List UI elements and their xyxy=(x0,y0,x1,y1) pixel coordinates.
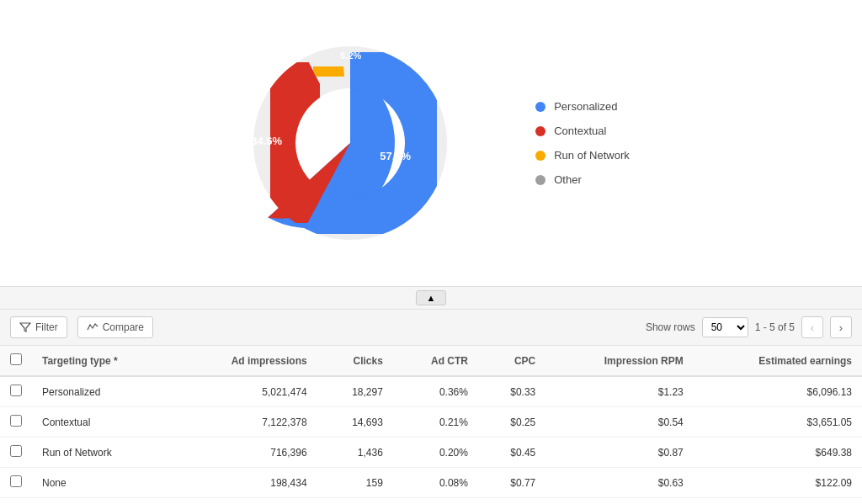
table-row: None 198,434 159 0.08% $0.77 $0.63 $122.… xyxy=(0,468,862,498)
filter-button[interactable]: Filter xyxy=(10,316,67,338)
chart-area: 57.8% 34.6% 6.2% Personalized Contextual… xyxy=(0,0,862,286)
row-ctr-0: 0.36% xyxy=(393,376,478,407)
show-rows-select[interactable]: 50 25 100 xyxy=(702,317,748,337)
row-impressions-3: 198,434 xyxy=(174,468,317,498)
row-earnings-4: $34.72 xyxy=(694,498,862,505)
table-body: Personalized 5,021,474 18,297 0.36% $0.3… xyxy=(0,376,862,504)
row-rpm-3: $0.63 xyxy=(545,468,693,498)
legend-dot-contextual xyxy=(535,126,545,136)
row-ctr-1: 0.21% xyxy=(393,407,478,438)
row-checkbox-cell xyxy=(0,468,32,498)
row-clicks-0: 18,297 xyxy=(317,376,393,407)
row-earnings-3: $122.09 xyxy=(694,468,862,498)
legend-label-ron: Run of Network xyxy=(554,149,630,162)
row-checkbox-cell xyxy=(0,407,32,438)
compare-label: Compare xyxy=(103,321,144,333)
header-checkbox[interactable] xyxy=(10,353,22,365)
filter-label: Filter xyxy=(35,321,58,333)
filter-icon xyxy=(19,321,31,333)
row-targeting-4: Placement xyxy=(32,498,174,505)
row-cpc-2: $0.45 xyxy=(478,438,545,468)
table-row: Run of Network 716,396 1,436 0.20% $0.45… xyxy=(0,438,862,468)
row-rpm-2: $0.87 xyxy=(545,438,693,468)
table-area: Filter Compare Show rows 50 25 100 1 - 5… xyxy=(0,309,862,504)
row-clicks-3: 159 xyxy=(317,468,393,498)
row-ctr-4: 0.15% xyxy=(393,498,478,505)
row-impressions-4: 114,586 xyxy=(174,498,317,505)
legend-item-personalized: Personalized xyxy=(535,100,630,113)
row-cpc-0: $0.33 xyxy=(478,376,545,407)
row-impressions-1: 7,122,378 xyxy=(174,407,317,438)
row-checkbox-0[interactable] xyxy=(10,385,22,396)
col-rpm: Impression RPM xyxy=(545,346,693,376)
row-checkbox-cell xyxy=(0,438,32,468)
prev-page-button[interactable]: ‹ xyxy=(801,316,823,338)
legend-item-other: Other xyxy=(535,173,630,186)
row-cpc-1: $0.25 xyxy=(478,407,545,438)
row-earnings-2: $649.38 xyxy=(694,438,862,468)
table-row: Contextual 7,122,378 14,693 0.21% $0.25 … xyxy=(0,407,862,438)
row-clicks-1: 14,693 xyxy=(317,407,393,438)
row-checkbox-3[interactable] xyxy=(10,475,22,487)
col-earnings: Estimated earnings xyxy=(694,346,862,376)
next-page-button[interactable]: › xyxy=(830,316,852,338)
row-earnings-0: $6,096.13 xyxy=(694,376,862,407)
legend-dot-personalized xyxy=(535,102,545,112)
pagination-info: 1 - 5 of 5 xyxy=(755,321,795,333)
col-cpc: CPC xyxy=(478,346,545,376)
table-row: Personalized 5,021,474 18,297 0.36% $0.3… xyxy=(0,376,862,407)
page-wrapper: 57.8% 34.6% 6.2% Personalized Contextual… xyxy=(0,0,862,504)
legend-label-contextual: Contextual xyxy=(554,125,606,137)
row-checkbox-cell xyxy=(0,498,32,505)
legend-item-ron: Run of Network xyxy=(535,149,630,162)
table-toolbar: Filter Compare Show rows 50 25 100 1 - 5… xyxy=(0,310,862,346)
row-checkbox-2[interactable] xyxy=(10,445,22,457)
col-clicks: Clicks xyxy=(317,346,393,376)
row-rpm-4: $0.11 xyxy=(545,498,693,505)
row-cpc-3: $0.77 xyxy=(478,468,545,498)
row-rpm-1: $0.54 xyxy=(545,407,693,438)
pct-personalized: 57.8% xyxy=(380,150,411,162)
row-impressions-0: 5,021,474 xyxy=(174,376,317,407)
pct-contextual: 34.6% xyxy=(251,135,282,147)
header-checkbox-cell xyxy=(0,346,32,376)
legend-dot-other xyxy=(535,175,545,185)
legend-label-other: Other xyxy=(554,173,582,186)
row-targeting-0: Personalized xyxy=(32,376,174,407)
row-earnings-1: $3,651.05 xyxy=(694,407,862,438)
legend-dot-ron xyxy=(535,151,545,161)
row-ctr-2: 0.20% xyxy=(393,438,478,468)
col-ctr: Ad CTR xyxy=(393,346,478,376)
col-targeting: Targeting type * xyxy=(32,346,174,376)
collapse-bar: ▲ xyxy=(0,286,862,309)
toolbar-left: Filter Compare xyxy=(10,316,153,338)
svg-point-2 xyxy=(301,94,399,192)
row-checkbox-cell xyxy=(0,376,32,407)
legend-label-personalized: Personalized xyxy=(554,100,617,113)
row-targeting-3: None xyxy=(32,468,174,498)
collapse-button[interactable]: ▲ xyxy=(416,290,447,305)
toolbar-right: Show rows 50 25 100 1 - 5 of 5 ‹ › xyxy=(646,316,852,338)
table-header-row: Targeting type * Ad impressions Clicks A… xyxy=(0,346,862,376)
show-rows-label: Show rows xyxy=(646,321,695,333)
row-cpc-4: $0.20 xyxy=(478,498,545,505)
row-rpm-0: $1.23 xyxy=(545,376,693,407)
chart-legend: Personalized Contextual Run of Network O… xyxy=(535,100,630,186)
col-impressions: Ad impressions xyxy=(174,346,317,376)
row-targeting-1: Contextual xyxy=(32,407,174,438)
legend-item-contextual: Contextual xyxy=(535,125,630,137)
row-clicks-2: 1,436 xyxy=(317,438,393,468)
compare-button[interactable]: Compare xyxy=(77,316,153,338)
data-table: Targeting type * Ad impressions Clicks A… xyxy=(0,346,862,504)
row-targeting-2: Run of Network xyxy=(32,438,174,468)
compare-icon xyxy=(87,321,98,333)
row-impressions-2: 716,396 xyxy=(174,438,317,468)
row-checkbox-1[interactable] xyxy=(10,415,22,427)
table-row: Placement 114,586 176 0.15% $0.20 $0.11 … xyxy=(0,498,862,505)
donut-chart: 57.8% 34.6% 6.2% xyxy=(232,25,468,261)
row-clicks-4: 176 xyxy=(317,498,393,505)
row-ctr-3: 0.08% xyxy=(393,468,478,498)
pct-ron: 6.2% xyxy=(340,50,361,61)
